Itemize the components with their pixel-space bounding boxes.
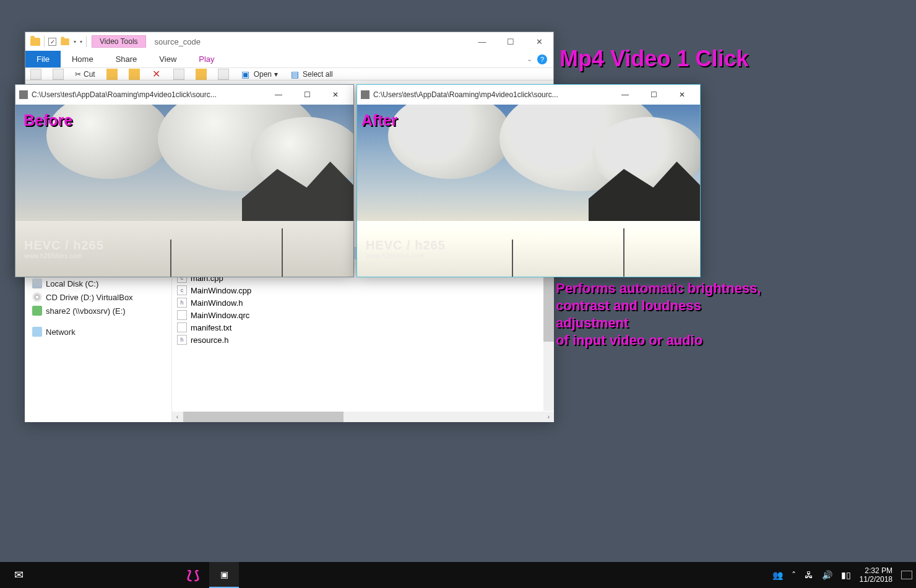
cut-label: Cut xyxy=(84,70,95,79)
tree-label: Network xyxy=(46,327,76,337)
qat-dropdown-icon[interactable]: ▾ xyxy=(74,39,76,45)
after-label: After xyxy=(361,111,397,129)
watermark-line2: www.h265files.com xyxy=(24,253,104,259)
close-button[interactable]: ✕ xyxy=(668,85,696,105)
ribbon-selectall-button[interactable]: ▤Select all xyxy=(289,69,333,80)
file-name: MainWindow.qrc xyxy=(191,311,249,320)
tab-home[interactable]: Home xyxy=(61,51,105,67)
taskbar-clock[interactable]: 2:32 PM 11/2/2018 xyxy=(860,566,892,584)
context-tab-video-tools[interactable]: Video Tools xyxy=(92,35,146,48)
close-button[interactable]: ✕ xyxy=(525,32,553,51)
ribbon-delete-button[interactable]: ✕ xyxy=(151,69,162,80)
video-titlebar[interactable]: C:\Users\test\AppData\Roaming\mp4video1c… xyxy=(15,85,353,105)
taskbar[interactable]: ✉ ⟅⟆ ▣ 👥 ˄ 🖧 🔊 ▮▯ 2:32 PM 11/2/2018 xyxy=(0,562,916,588)
action-center-icon[interactable] xyxy=(901,571,912,579)
maximize-button[interactable]: ☐ xyxy=(293,85,321,105)
tree-cd-drive[interactable]: CD Drive (D:) VirtualBox xyxy=(32,290,169,304)
taskbar-app-mp4video[interactable]: ⟅⟆ xyxy=(178,562,208,588)
file-row[interactable]: manifest.txt xyxy=(172,321,554,334)
taskbar-app-explorer[interactable]: ▣ xyxy=(209,562,239,588)
file-icon xyxy=(177,322,187,332)
video-title: C:\Users\test\AppData\Roaming\mp4video1c… xyxy=(32,90,261,99)
network-icon xyxy=(32,327,42,337)
promo-title: Mp4 Video 1 Click xyxy=(560,46,748,72)
file-icon: h xyxy=(177,298,187,308)
video-watermark: HEVC / h265 www.h265files.com xyxy=(366,238,446,259)
clock-date: 11/2/2018 xyxy=(860,575,892,584)
clock-time: 2:32 PM xyxy=(860,566,892,575)
promo-description: Performs automatic brightness, contrast … xyxy=(556,280,761,349)
file-name: manifest.txt xyxy=(191,323,231,332)
scroll-left-icon[interactable]: ‹ xyxy=(172,412,183,422)
tree-local-disk[interactable]: Local Disk (C:) xyxy=(32,277,169,290)
ribbon-rename-button[interactable] xyxy=(173,69,184,80)
watermark-line1: HEVC / h265 xyxy=(24,238,104,253)
minimize-button[interactable]: — xyxy=(611,85,639,105)
qat-separator xyxy=(86,36,87,47)
file-row[interactable]: hMainWindow.h xyxy=(172,296,554,309)
qat-properties-checkbox[interactable]: ✓ xyxy=(48,38,56,46)
maximize-button[interactable]: ☐ xyxy=(639,85,668,105)
tray-volume-icon[interactable]: 🔊 xyxy=(822,570,832,580)
selectall-label: Select all xyxy=(303,70,333,79)
app-icon xyxy=(19,90,28,99)
tab-view[interactable]: View xyxy=(148,51,188,67)
ribbon-newfolder-button[interactable] xyxy=(196,69,207,80)
tree-network[interactable]: Network xyxy=(32,325,169,339)
window-title: source_code xyxy=(146,37,468,46)
disk-icon xyxy=(32,279,42,288)
ribbon-body: ✂ Cut ✕ ▣Open ▾ ▤Select all xyxy=(25,68,553,80)
maximize-button[interactable]: ☐ xyxy=(496,32,525,51)
horizontal-scrollbar[interactable]: ‹ › xyxy=(172,412,554,422)
video-window-after: C:\Users\test\AppData\Roaming\mp4video1c… xyxy=(356,84,701,277)
open-label: Open xyxy=(254,70,272,79)
ribbon-copyto-button[interactable] xyxy=(129,69,140,80)
file-row[interactable]: hresource.h xyxy=(172,334,554,346)
ribbon-copy-button[interactable] xyxy=(53,69,64,80)
ribbon-cut-button[interactable]: ✂ Cut xyxy=(75,70,95,79)
scrollbar-thumb[interactable] xyxy=(183,412,344,422)
tray-chevron-icon[interactable]: ˄ xyxy=(792,570,796,580)
tree-label: CD Drive (D:) VirtualBox xyxy=(46,293,133,302)
ribbon-tabs: File Home Share View Play ⌄ ? xyxy=(25,51,553,68)
ribbon-moveto-button[interactable] xyxy=(106,69,118,80)
scroll-right-icon[interactable]: › xyxy=(543,412,554,422)
qat-customize-icon[interactable]: ▾ xyxy=(80,39,82,45)
qat-separator xyxy=(44,36,45,47)
tab-play[interactable]: Play xyxy=(188,51,225,67)
file-row[interactable]: MainWindow.qrc xyxy=(172,309,554,321)
ribbon-pin-button[interactable] xyxy=(30,69,41,80)
minimize-button[interactable]: — xyxy=(468,32,496,51)
video-frame: HEVC / h265 www.h265files.com xyxy=(15,105,353,277)
explorer-titlebar[interactable]: ✓ ▾ ▾ Video Tools source_code — ☐ ✕ xyxy=(25,32,553,51)
file-icon: h xyxy=(177,335,187,345)
file-name: MainWindow.h xyxy=(191,298,243,308)
video-watermark: HEVC / h265 www.h265files.com xyxy=(24,238,104,259)
people-icon[interactable]: 👥 xyxy=(772,570,783,580)
file-row[interactable]: cMainWindow.cpp xyxy=(172,284,554,296)
tab-file[interactable]: File xyxy=(25,51,61,67)
ribbon-open-button[interactable]: ▣Open ▾ xyxy=(240,69,278,80)
video-titlebar[interactable]: C:\Users\test\AppData\Roaming\mp4video1c… xyxy=(357,85,700,105)
ribbon-collapse-icon[interactable]: ⌄ xyxy=(527,55,532,63)
tab-share[interactable]: Share xyxy=(105,51,149,67)
share-icon xyxy=(32,306,42,316)
close-button[interactable]: ✕ xyxy=(321,85,350,105)
ribbon-newitem-button[interactable] xyxy=(218,69,229,80)
video-frame: HEVC / h265 www.h265files.com xyxy=(357,105,700,277)
file-icon xyxy=(177,310,187,320)
cd-icon xyxy=(32,292,42,302)
folder-icon xyxy=(61,38,69,45)
file-name: resource.h xyxy=(191,335,228,345)
tray-battery-icon[interactable]: ▮▯ xyxy=(841,570,851,580)
tray-network-icon[interactable]: 🖧 xyxy=(805,570,813,580)
taskbar-mail-icon[interactable]: ✉ xyxy=(4,562,33,588)
file-icon: c xyxy=(177,285,187,295)
tree-share[interactable]: share2 (\\vboxsrv) (E:) xyxy=(32,304,169,318)
video-title: C:\Users\test\AppData\Roaming\mp4video1c… xyxy=(373,90,607,99)
watermark-line2: www.h265files.com xyxy=(366,253,446,259)
help-icon[interactable]: ? xyxy=(537,54,547,64)
minimize-button[interactable]: — xyxy=(264,85,293,105)
tree-label: share2 (\\vboxsrv) (E:) xyxy=(46,306,126,316)
folder-icon xyxy=(30,38,40,46)
